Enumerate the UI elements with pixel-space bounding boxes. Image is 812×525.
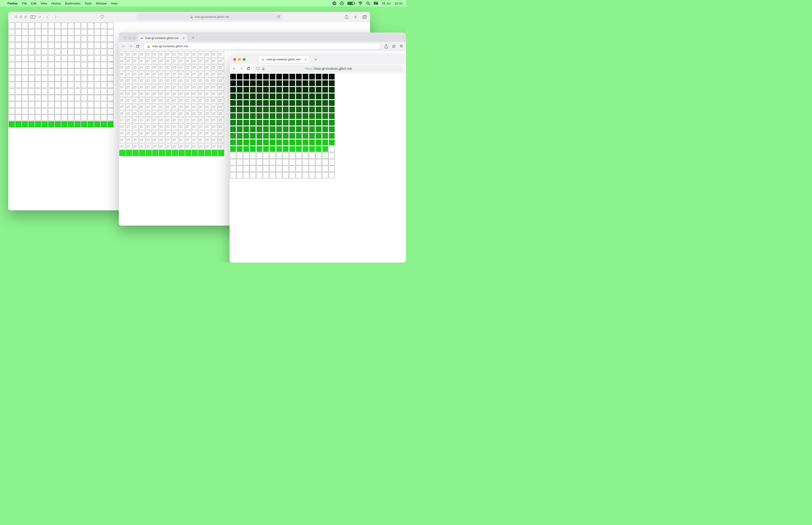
menu-view[interactable]: View [41, 2, 47, 5]
minimize-traffic-light[interactable] [19, 15, 22, 18]
canvas-cell [159, 58, 165, 64]
canvas-cell [270, 166, 276, 172]
chrome-traffic-lights[interactable] [121, 37, 138, 42]
wifi-icon[interactable] [358, 2, 363, 5]
reload-button[interactable] [246, 67, 250, 71]
menubar-date[interactable]: 26 Jul [382, 2, 391, 5]
share-icon[interactable] [345, 15, 349, 19]
canvas-cell [75, 102, 81, 108]
reload-icon[interactable] [277, 15, 280, 18]
forward-button[interactable] [54, 15, 57, 18]
zoom-traffic-light[interactable] [24, 15, 27, 18]
canvas-cell [276, 152, 282, 159]
spotlight-search-icon[interactable] [366, 1, 370, 5]
media-playing-icon[interactable] [340, 1, 344, 5]
menu-bookmarks[interactable]: Bookmarks [65, 2, 80, 5]
firefox-urlbar[interactable]: 🔒 https://max-gl-contexts.glitch.me [254, 65, 403, 72]
canvas-cell [322, 166, 328, 172]
close-traffic-light[interactable] [233, 58, 236, 61]
canvas-cell [68, 56, 74, 62]
control-center-icon[interactable] [374, 2, 378, 5]
canvas-cell [198, 110, 204, 117]
canvas-cell [316, 172, 322, 178]
canvas-cell [9, 108, 15, 114]
safari-address-bar[interactable]: 🔒 max-gl-contexts.glitch.me [137, 14, 282, 20]
chrome-tab[interactable]: ∞ max-gl-contexts.glitch.me ✕ [138, 34, 187, 42]
sidebar-toggle-icon[interactable] [30, 15, 35, 19]
canvas-cell [322, 120, 328, 126]
new-tab-icon[interactable] [354, 15, 357, 19]
canvas-cell [35, 88, 41, 94]
canvas-cell [185, 110, 191, 117]
safari-traffic-lights[interactable] [12, 15, 27, 18]
menubar-app-name[interactable]: Firefox [7, 2, 18, 5]
canvas-cell [126, 137, 132, 143]
tab-close-icon[interactable]: ✕ [304, 58, 307, 61]
firefox-traffic-lights[interactable] [231, 58, 247, 61]
back-button[interactable] [46, 15, 49, 18]
battery-icon[interactable]: ⚡︎ [348, 2, 354, 5]
canvas-cell [185, 104, 191, 110]
canvas-cell [61, 75, 67, 81]
extensions-icon[interactable] [399, 44, 403, 48]
menu-edit[interactable]: Edit [31, 2, 36, 5]
canvas-cell [192, 117, 198, 123]
chevron-down-icon[interactable] [39, 16, 41, 18]
new-tab-button[interactable]: ＋ [314, 57, 318, 62]
lock-icon: 🔒 [147, 45, 150, 48]
canvas-cell [243, 126, 249, 132]
canvas-cell [296, 120, 302, 126]
canvas-cell [302, 152, 308, 159]
canvas-cell [179, 71, 185, 77]
canvas-cell [35, 115, 41, 121]
canvas-cell [94, 69, 100, 75]
menu-file[interactable]: File [22, 2, 27, 5]
privacy-shield-icon[interactable] [100, 15, 104, 19]
canvas-cell [316, 74, 322, 80]
menu-help[interactable]: Help [111, 2, 118, 5]
canvas-cell [236, 100, 243, 106]
tab-overview-icon[interactable] [363, 15, 367, 19]
zoom-traffic-light[interactable] [243, 58, 246, 61]
canvas-cell [256, 146, 262, 152]
grammarly-icon[interactable] [333, 1, 336, 5]
canvas-cell [198, 58, 204, 64]
canvas-cell [236, 106, 243, 112]
canvas-cell [309, 139, 315, 146]
tab-close-icon[interactable]: ✕ [182, 36, 185, 40]
forward-button[interactable] [129, 44, 133, 48]
minimize-traffic-light[interactable] [238, 58, 241, 61]
back-button[interactable] [122, 44, 125, 48]
canvas-cell [256, 126, 262, 132]
canvas-cell [15, 115, 21, 121]
close-traffic-light[interactable] [15, 15, 18, 18]
canvas-cell [119, 91, 125, 97]
canvas-cell [48, 88, 54, 94]
canvas-cell [172, 91, 178, 97]
new-tab-button[interactable]: ＋ [191, 35, 195, 41]
firefox-tab[interactable]: ∞ max-gl-contexts.glitch.me/ ✕ [259, 56, 309, 63]
canvas-cell [205, 91, 211, 97]
minimize-traffic-light[interactable] [128, 37, 131, 40]
forward-button[interactable] [240, 67, 243, 71]
canvas-cell [15, 88, 21, 94]
canvas-cell [28, 49, 34, 55]
canvas-cell [282, 74, 289, 80]
canvas-cell [289, 159, 295, 165]
tracking-shield-icon[interactable] [256, 67, 260, 71]
zoom-traffic-light[interactable] [133, 37, 136, 40]
menu-window[interactable]: Window [96, 2, 107, 5]
menubar-clock[interactable]: 10:32 [395, 2, 403, 5]
share-icon[interactable] [384, 44, 388, 48]
canvas-cell [159, 110, 165, 117]
close-traffic-light[interactable] [124, 37, 126, 40]
canvas-cell [119, 71, 125, 77]
menu-history[interactable]: History [51, 2, 61, 5]
chrome-omnibox[interactable]: 🔒 max-gl-contexts.glitch.me [143, 43, 381, 49]
bookmark-star-icon[interactable] [392, 44, 396, 48]
menu-tools[interactable]: Tools [85, 2, 92, 5]
back-button[interactable] [232, 67, 236, 71]
canvas-cell [276, 74, 282, 80]
reload-button[interactable] [136, 44, 140, 48]
canvas-cell [119, 58, 125, 64]
